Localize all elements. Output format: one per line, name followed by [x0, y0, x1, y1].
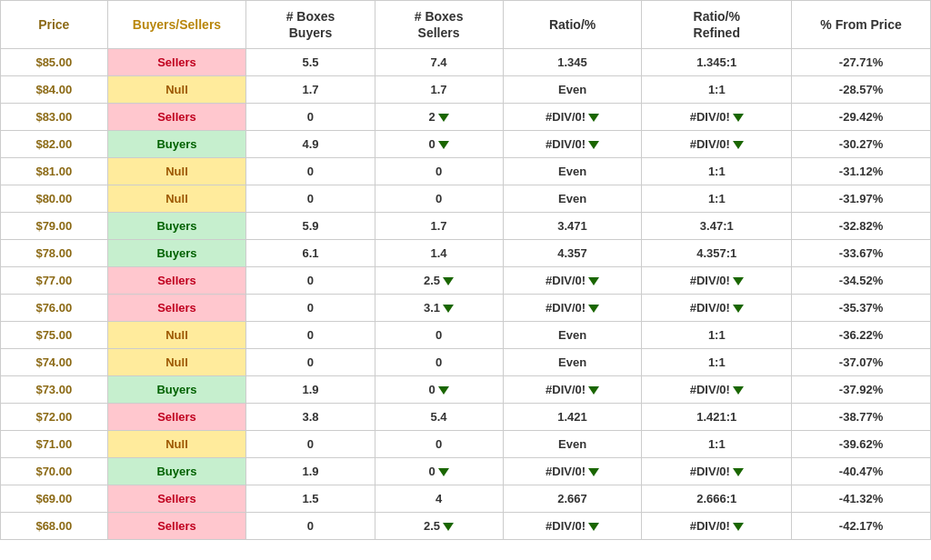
from-price-cell: -39.62% [792, 431, 931, 458]
header-ratio: Ratio/% [503, 1, 642, 49]
table-row: $69.00 Sellers 1.5 4 2.667 2.666:1 -41.3… [1, 485, 931, 513]
table-row: $77.00 Sellers 0 2.5 #DIV/0! #DIV/0! -34… [1, 267, 931, 295]
boxes-sellers-cell: 1.4 [375, 240, 503, 267]
ratio-cell: 3.471 [503, 213, 642, 240]
main-table: Price Buyers/Sellers # BoxesBuyers # Box… [0, 0, 931, 540]
from-price-cell: -34.52% [792, 267, 931, 295]
boxes-buyers-cell: 3.8 [246, 404, 375, 431]
buyers-sellers-cell: Null [107, 158, 246, 185]
boxes-buyers-cell: 0 [246, 295, 375, 322]
down-flag-icon [733, 141, 744, 149]
price-cell: $78.00 [1, 240, 108, 267]
buyers-sellers-cell: Buyers [107, 131, 246, 158]
buyers-sellers-cell: Buyers [107, 240, 246, 267]
ratio-cell: Even [503, 185, 642, 213]
price-cell: $71.00 [1, 431, 108, 458]
table-row: $85.00 Sellers 5.5 7.4 1.345 1.345:1 -27… [1, 49, 931, 76]
buyers-sellers-cell: Null [107, 76, 246, 104]
table-row: $68.00 Sellers 0 2.5 #DIV/0! #DIV/0! -42… [1, 513, 931, 540]
table-row: $73.00 Buyers 1.9 0 #DIV/0! #DIV/0! -37.… [1, 376, 931, 404]
ratio-refined-cell: 1:1 [642, 431, 792, 458]
down-flag-icon [588, 468, 599, 476]
boxes-sellers-cell: 0 [375, 458, 503, 485]
ratio-cell: 1.345 [503, 49, 642, 76]
boxes-sellers-cell: 0 [375, 322, 503, 349]
boxes-buyers-cell: 0 [246, 349, 375, 376]
from-price-cell: -37.92% [792, 376, 931, 404]
down-flag-icon [733, 114, 744, 122]
price-cell: $73.00 [1, 376, 108, 404]
price-cell: $74.00 [1, 349, 108, 376]
header-boxes-buyers: # BoxesBuyers [246, 1, 375, 49]
ratio-cell: #DIV/0! [503, 376, 642, 404]
price-cell: $82.00 [1, 131, 108, 158]
ratio-cell: #DIV/0! [503, 458, 642, 485]
price-cell: $80.00 [1, 185, 108, 213]
from-price-cell: -40.47% [792, 458, 931, 485]
from-price-cell: -38.77% [792, 404, 931, 431]
boxes-buyers-cell: 0 [246, 513, 375, 540]
boxes-buyers-cell: 0 [246, 322, 375, 349]
table-row: $76.00 Sellers 0 3.1 #DIV/0! #DIV/0! -35… [1, 295, 931, 322]
from-price-cell: -37.07% [792, 349, 931, 376]
ratio-cell: #DIV/0! [503, 104, 642, 131]
boxes-sellers-cell: 1.7 [375, 76, 503, 104]
buyers-sellers-cell: Sellers [107, 49, 246, 76]
ratio-refined-cell: #DIV/0! [642, 513, 792, 540]
boxes-buyers-cell: 1.9 [246, 458, 375, 485]
ratio-refined-cell: #DIV/0! [642, 295, 792, 322]
price-cell: $70.00 [1, 458, 108, 485]
boxes-buyers-cell: 5.5 [246, 49, 375, 76]
ratio-refined-cell: 1:1 [642, 322, 792, 349]
boxes-sellers-cell: 0 [375, 158, 503, 185]
down-flag-icon [443, 305, 454, 313]
ratio-refined-cell: 4.357:1 [642, 240, 792, 267]
ratio-cell: #DIV/0! [503, 131, 642, 158]
table-row: $83.00 Sellers 0 2 #DIV/0! #DIV/0! -29.4… [1, 104, 931, 131]
ratio-cell: Even [503, 431, 642, 458]
from-price-cell: -29.42% [792, 104, 931, 131]
table-row: $81.00 Null 0 0 Even 1:1 -31.12% [1, 158, 931, 185]
down-flag-icon [588, 277, 599, 285]
down-flag-icon [733, 305, 744, 313]
boxes-sellers-cell: 2.5 [375, 267, 503, 295]
boxes-buyers-cell: 6.1 [246, 240, 375, 267]
buyers-sellers-cell: Buyers [107, 458, 246, 485]
from-price-cell: -36.22% [792, 322, 931, 349]
boxes-buyers-cell: 1.5 [246, 485, 375, 513]
boxes-buyers-cell: 0 [246, 158, 375, 185]
boxes-sellers-cell: 0 [375, 349, 503, 376]
down-flag-icon [733, 277, 744, 285]
table-row: $79.00 Buyers 5.9 1.7 3.471 3.47:1 -32.8… [1, 213, 931, 240]
buyers-sellers-cell: Sellers [107, 485, 246, 513]
ratio-cell: Even [503, 158, 642, 185]
table-row: $82.00 Buyers 4.9 0 #DIV/0! #DIV/0! -30.… [1, 131, 931, 158]
ratio-refined-cell: 1.421:1 [642, 404, 792, 431]
down-flag-icon [443, 523, 454, 531]
ratio-cell: #DIV/0! [503, 295, 642, 322]
boxes-sellers-cell: 0 [375, 431, 503, 458]
ratio-refined-cell: 1:1 [642, 185, 792, 213]
boxes-buyers-cell: 1.9 [246, 376, 375, 404]
ratio-cell: 2.667 [503, 485, 642, 513]
price-cell: $83.00 [1, 104, 108, 131]
table-row: $80.00 Null 0 0 Even 1:1 -31.97% [1, 185, 931, 213]
price-cell: $68.00 [1, 513, 108, 540]
ratio-cell: #DIV/0! [503, 267, 642, 295]
down-flag-icon [733, 523, 744, 531]
table-row: $84.00 Null 1.7 1.7 Even 1:1 -28.57% [1, 76, 931, 104]
table-row: $70.00 Buyers 1.9 0 #DIV/0! #DIV/0! -40.… [1, 458, 931, 485]
price-cell: $72.00 [1, 404, 108, 431]
ratio-refined-cell: 3.47:1 [642, 213, 792, 240]
from-price-cell: -31.12% [792, 158, 931, 185]
boxes-sellers-cell: 5.4 [375, 404, 503, 431]
buyers-sellers-cell: Sellers [107, 513, 246, 540]
buyers-sellers-cell: Null [107, 431, 246, 458]
ratio-cell: Even [503, 322, 642, 349]
ratio-refined-cell: #DIV/0! [642, 376, 792, 404]
from-price-cell: -27.71% [792, 49, 931, 76]
ratio-refined-cell: 1:1 [642, 158, 792, 185]
from-price-cell: -32.82% [792, 213, 931, 240]
from-price-cell: -42.17% [792, 513, 931, 540]
buyers-sellers-cell: Null [107, 185, 246, 213]
